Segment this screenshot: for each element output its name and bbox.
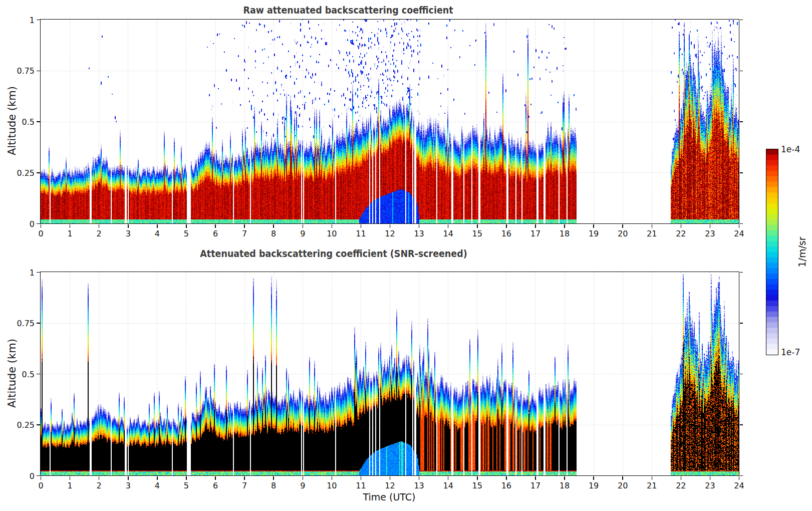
colorbar-max-label: 1e-4 [781,144,800,154]
x-tick-label: 15 [472,229,482,238]
panel1-raw-heatmap [40,19,739,224]
panel2-screened-heatmap [40,272,739,476]
x-tick-label: 13 [414,229,424,238]
x-tick-mark [99,476,100,480]
x-tick-label: 3 [126,229,131,238]
y-tick-mark [37,272,40,273]
x-tick-mark [215,224,216,228]
x-tick-label: 16 [501,481,511,490]
x-tick-label: 1 [67,481,72,490]
x-tick-mark [99,224,100,228]
x-tick-label: 0 [38,481,43,490]
x-tick-mark [681,476,682,480]
x-tick-mark [652,476,653,480]
panel1-title: Raw attenuated backscattering coefficien… [243,5,453,16]
x-tick-mark [157,224,158,228]
x-tick-mark [506,224,507,228]
x-tick-label: 9 [300,481,305,490]
x-tick-mark [681,224,682,228]
x-tick-label: 11 [356,481,366,490]
x-tick-mark [739,224,740,228]
x-tick-label: 6 [213,229,218,238]
y-tick-mark [37,71,40,72]
x-tick-mark [390,476,391,480]
y-tick-label: 0.75 [12,319,35,328]
x-tick-mark [157,476,158,480]
x-tick-mark [710,224,711,228]
x-tick-label: 1 [67,229,72,238]
x-tick-mark [710,476,711,480]
y-tick-mark [37,121,40,122]
y-tick-mark-right [740,20,743,21]
x-tick-label: 20 [618,229,628,238]
x-tick-mark [506,476,507,480]
x-tick-mark [41,476,42,480]
x-tick-mark [419,476,420,480]
colorbar-unit-label: 1/m/sr [796,236,807,267]
x-axis-label: Time (UTC) [363,491,415,502]
x-tick-mark [128,476,129,480]
x-tick-label: 2 [97,229,102,238]
x-tick-label: 8 [271,229,276,238]
x-tick-mark [215,476,216,480]
x-tick-label: 18 [560,229,570,238]
panel2-title: Attenuated backscattering coefficient (S… [200,248,467,259]
x-tick-label: 3 [126,481,131,490]
y-tick-mark [37,475,40,476]
x-tick-label: 5 [184,229,189,238]
y-tick-mark [37,323,40,324]
x-tick-label: 7 [242,229,247,238]
x-tick-label: 14 [443,229,453,238]
y-tick-label: 0.75 [12,66,35,76]
x-tick-mark [564,476,565,480]
y-tick-mark-right [740,172,743,173]
x-tick-mark [332,224,333,228]
x-tick-mark [622,224,623,228]
x-tick-mark [593,224,594,228]
x-tick-mark [622,476,623,480]
screened-heatmap-canvas [41,272,739,475]
x-tick-mark [419,224,420,228]
x-tick-label: 22 [676,229,686,238]
y-tick-mark [37,424,40,425]
y-tick-mark-right [740,272,743,273]
y-tick-mark-right [740,71,743,72]
x-tick-label: 22 [676,481,686,490]
y-tick-mark [37,223,40,224]
colorbar [766,149,778,355]
colorbar-canvas [766,149,778,355]
y-tick-mark-right [740,475,743,476]
y-tick-label: 0 [12,219,35,228]
x-tick-mark [186,476,187,480]
x-tick-label: 8 [271,481,276,490]
y-tick-mark [37,20,40,21]
x-tick-mark [448,476,449,480]
y-tick-mark-right [740,121,743,122]
x-tick-label: 9 [300,229,305,238]
x-tick-label: 5 [184,481,189,490]
x-tick-label: 13 [414,481,424,490]
y-tick-label: 0.5 [12,369,35,379]
x-tick-label: 17 [530,481,540,490]
x-tick-label: 11 [356,229,366,238]
x-tick-label: 10 [327,481,337,490]
y-tick-mark [37,374,40,375]
x-tick-mark [41,224,42,228]
x-tick-label: 15 [472,481,482,490]
x-tick-mark [477,476,478,480]
x-tick-mark [535,476,536,480]
x-tick-mark [593,476,594,480]
x-tick-label: 0 [38,229,43,238]
y-tick-label: 0.5 [12,117,35,127]
x-tick-mark [186,224,187,228]
x-tick-mark [448,224,449,228]
x-tick-mark [535,224,536,228]
x-tick-mark [70,476,71,480]
x-tick-mark [477,224,478,228]
x-tick-label: 10 [327,229,337,238]
x-tick-mark [332,476,333,480]
y-tick-mark-right [740,424,743,425]
y-tick-mark [37,172,40,173]
x-tick-mark [303,224,304,228]
x-tick-label: 12 [385,481,395,490]
